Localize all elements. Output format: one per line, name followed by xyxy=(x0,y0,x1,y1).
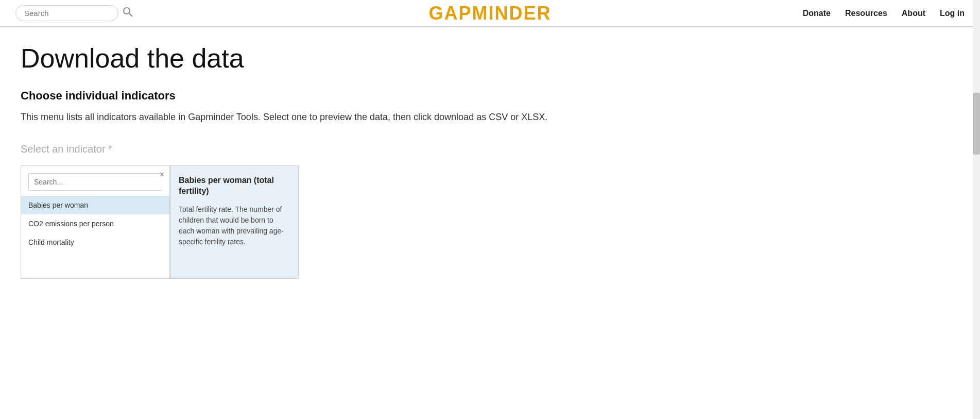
list-item[interactable]: CO2 emissions per person xyxy=(21,214,169,233)
scrollbar-track[interactable] xyxy=(973,0,980,294)
dropdown-container: × Babies per woman CO2 emissions per per… xyxy=(21,165,299,279)
list-item[interactable]: Child mortality xyxy=(21,233,169,252)
svg-point-0 xyxy=(124,8,130,14)
main-content: Download the data Choose individual indi… xyxy=(0,27,772,294)
detail-title: Babies per woman (total fertility) xyxy=(179,175,290,197)
nav-area: Donate Resources About Log in xyxy=(803,9,965,18)
list-item[interactable]: Babies per woman xyxy=(21,196,169,214)
logo: GAPMINDER xyxy=(428,3,551,24)
svg-line-1 xyxy=(129,13,132,16)
nav-donate[interactable]: Donate xyxy=(803,9,831,18)
header: GAPMINDER Donate Resources About Log in xyxy=(0,0,980,27)
nav-resources[interactable]: Resources xyxy=(845,9,887,18)
scrollbar-thumb[interactable] xyxy=(973,93,980,155)
detail-panel: Babies per woman (total fertility) Total… xyxy=(170,165,299,279)
dropdown-search-input[interactable] xyxy=(28,173,162,191)
detail-description: Total fertility rate. The number of chil… xyxy=(179,204,290,247)
nav-login[interactable]: Log in xyxy=(940,9,965,18)
section-title: Choose individual indicators xyxy=(21,89,752,103)
search-button[interactable] xyxy=(123,7,133,20)
select-indicator-label: Select an indicator * xyxy=(21,143,752,155)
dropdown-close-button[interactable]: × xyxy=(160,170,164,179)
page-title: Download the data xyxy=(21,43,752,74)
nav-about[interactable]: About xyxy=(902,9,925,18)
search-icon xyxy=(123,7,133,17)
section-description: This menu lists all indicators available… xyxy=(21,112,742,123)
logo-area: GAPMINDER xyxy=(428,3,551,24)
dropdown-list: × Babies per woman CO2 emissions per per… xyxy=(21,165,170,279)
search-area xyxy=(15,5,133,21)
search-input[interactable] xyxy=(15,5,118,21)
